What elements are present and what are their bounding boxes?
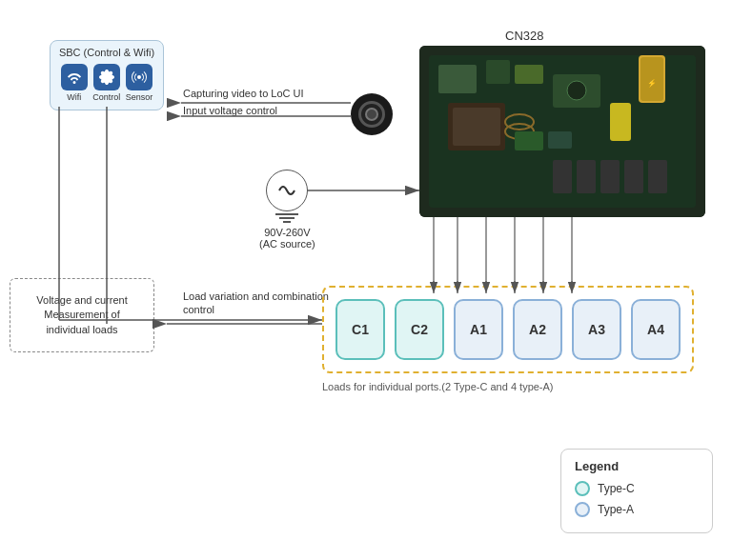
svg-rect-15 <box>624 160 643 193</box>
sensor-label: Sensor <box>126 92 153 102</box>
ground-symbol <box>275 213 298 223</box>
svg-rect-14 <box>600 160 620 193</box>
load-box-a4: A4 <box>631 299 681 360</box>
legend-box: Legend Type-C Type-A <box>560 449 713 533</box>
legend-item-typec: Type-C <box>575 481 699 496</box>
wifi-label: Wifi <box>67 92 81 102</box>
legend-title: Legend <box>575 459 699 473</box>
control-label: Control <box>92 92 120 102</box>
camera-box <box>351 93 393 135</box>
camera-lens <box>358 101 385 128</box>
svg-rect-13 <box>577 160 596 193</box>
svg-rect-11 <box>453 108 500 146</box>
diagram-container: SBC (Control & Wifi) Wifi Control <box>0 0 732 560</box>
svg-rect-21 <box>548 131 572 149</box>
svg-rect-16 <box>648 160 667 193</box>
svg-rect-12 <box>553 160 572 193</box>
pcb-image: ⚡ <box>419 46 705 217</box>
ac-circle <box>266 170 308 211</box>
voltage-text: Voltage and currentMeasurement ofindivid… <box>36 293 127 337</box>
loads-label: Loads for individual ports.(2 Type-C and… <box>322 381 554 392</box>
loads-container: C1 C2 A1 A2 A3 A4 <box>322 286 694 373</box>
load-box-a2: A2 <box>513 299 562 360</box>
legend-label-typea: Type-A <box>598 503 634 516</box>
svg-text:⚡: ⚡ <box>647 78 657 88</box>
capture-arrow-label: Capturing video to LoC UI <box>183 88 304 99</box>
camera-inner <box>365 108 378 121</box>
control-icon <box>93 64 120 90</box>
input-arrow-label: Input voltage control <box>183 105 277 116</box>
sensor-icon-item: Sensor <box>126 64 153 102</box>
control-icon-item: Control <box>92 64 120 102</box>
ac-source: 90V-260V (AC source) <box>259 170 315 250</box>
legend-label-typec: Type-C <box>598 482 635 495</box>
sensor-icon <box>126 64 152 90</box>
svg-rect-3 <box>486 60 510 84</box>
cn328-label: CN328 <box>505 29 543 43</box>
legend-item-typea: Type-A <box>575 502 699 517</box>
svg-rect-19 <box>610 103 631 141</box>
wifi-icon <box>61 64 88 90</box>
svg-rect-4 <box>515 65 543 84</box>
voltage-measurement-box: Voltage and currentMeasurement ofindivid… <box>10 278 154 352</box>
legend-dot-typec <box>575 481 590 496</box>
legend-dot-typea <box>575 502 590 517</box>
load-box-a3: A3 <box>572 299 621 360</box>
ac-label: 90V-260V (AC source) <box>259 227 315 250</box>
svg-rect-20 <box>515 131 543 150</box>
sbc-icons: Wifi Control Sensor <box>58 64 155 102</box>
wifi-icon-item: Wifi <box>61 64 88 102</box>
load-box-c2: C2 <box>395 299 444 360</box>
load-box-c1: C1 <box>336 299 385 360</box>
sbc-title: SBC (Control & Wifi) <box>58 47 155 58</box>
svg-point-9 <box>567 81 586 100</box>
svg-rect-2 <box>438 65 477 93</box>
sbc-box: SBC (Control & Wifi) Wifi Control <box>50 40 164 110</box>
load-variation-label: Load variation and combinationcontrol <box>183 290 329 317</box>
load-box-a1: A1 <box>454 299 503 360</box>
